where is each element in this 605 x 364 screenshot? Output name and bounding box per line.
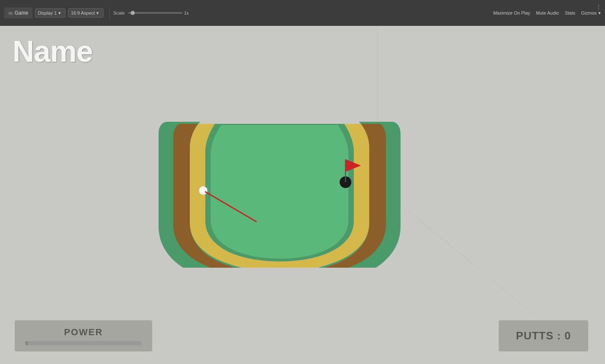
display-chevron-icon: ▾ xyxy=(58,10,61,16)
aspect-chevron-icon: ▾ xyxy=(96,10,99,16)
toolbar: ∞ Game Display 1 ▾ 16:9 Aspect ▾ Scale 1… xyxy=(0,0,605,26)
scale-slider-container: 1x xyxy=(128,10,189,15)
power-label: POWER xyxy=(64,327,103,338)
aspect-dropdown[interactable]: 16:9 Aspect ▾ xyxy=(68,8,104,18)
gizmos-button[interactable]: Gizmos ▾ xyxy=(581,10,601,16)
putts-label: PUTTS : 0 xyxy=(516,329,571,342)
display-dropdown[interactable]: Display 1 ▾ xyxy=(35,8,66,18)
game-tab[interactable]: ∞ Game xyxy=(4,8,33,18)
stats-button[interactable]: Stats xyxy=(565,10,575,15)
toolbar-right: Maximize On Play Mute Audio Stats Gizmos… xyxy=(493,10,601,16)
aspect-label: 16:9 Aspect xyxy=(71,10,95,15)
display-label: Display 1 xyxy=(38,10,57,15)
name-label: Name xyxy=(13,34,93,68)
more-options-icon[interactable]: ⋮ xyxy=(596,3,602,10)
putts-panel: PUTTS : 0 xyxy=(499,320,588,351)
separator-1 xyxy=(109,7,110,19)
power-bar-fill xyxy=(25,341,28,345)
scale-label: Scale xyxy=(113,10,125,15)
mute-audio-button[interactable]: Mute Audio xyxy=(536,10,559,15)
game-tab-label: Game xyxy=(15,10,28,16)
ball-indicator xyxy=(201,188,205,193)
golf-course-svg xyxy=(134,109,426,268)
scale-slider-track[interactable] xyxy=(128,12,182,14)
gizmos-chevron-icon: ▾ xyxy=(598,10,601,16)
power-bar-track[interactable] xyxy=(25,341,142,345)
golf-course xyxy=(134,109,426,268)
game-area: Name xyxy=(0,26,605,364)
gizmos-label: Gizmos xyxy=(581,10,597,15)
scale-value: 1x xyxy=(184,10,189,15)
scale-slider-thumb xyxy=(131,11,135,15)
maximize-on-play-button[interactable]: Maximize On Play xyxy=(493,10,530,15)
game-tab-icon: ∞ xyxy=(8,10,13,16)
power-panel: POWER xyxy=(15,320,152,351)
